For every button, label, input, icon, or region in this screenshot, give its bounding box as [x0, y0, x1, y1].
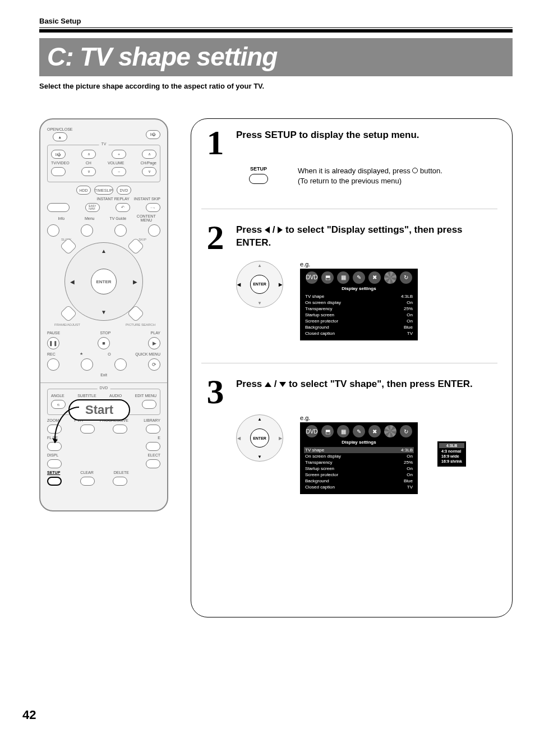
mini-enter-button-2: ENTER — [250, 428, 269, 448]
dpad-right: ▶ — [133, 279, 137, 285]
search-button — [127, 305, 144, 322]
step-1-head: Press SETUP to display the setup menu. — [236, 129, 419, 157]
chpage-up-button: ∧ — [142, 150, 156, 159]
osd-icon-4: ✎ — [353, 271, 365, 284]
play-label: PLAY — [151, 331, 160, 335]
setup-button-figure: SETUP — [236, 166, 281, 184]
tvguide-button — [114, 224, 127, 237]
contentmenu-label: CONTENT MENU — [132, 214, 161, 222]
ch-down-button: ∨ — [81, 167, 96, 176]
clear-label: CLEAR — [80, 471, 93, 474]
stop-label: STOP — [100, 331, 110, 335]
play-button: ▶ — [148, 337, 160, 349]
eg-label-1: e.g. — [300, 261, 418, 268]
osd-title-2: Display settings — [304, 440, 414, 445]
timeslip-button: TIMESLIP — [94, 186, 113, 195]
osd-icon-5: ✖ — [368, 271, 381, 284]
display-label: DISPL — [47, 453, 58, 457]
exit-label: Exit — [100, 373, 107, 377]
mode-button3 — [146, 442, 160, 451]
tvvideo-label: TV/VIDEO — [51, 161, 70, 165]
dpad-left: ◀ — [70, 279, 75, 285]
editmenu-button — [142, 400, 156, 409]
setup-button-label: SETUP — [250, 166, 267, 172]
hdd-button: HDD — [76, 186, 91, 195]
page-number: 42 — [22, 708, 36, 722]
tvguide-label: TV Guide — [104, 216, 132, 220]
editmenu-label: EDIT MENU — [135, 394, 156, 398]
display-button — [47, 459, 62, 468]
osd-options-popup: 4:3LB 4:3 normal 16:9 wide 16:9 shrink — [437, 441, 466, 466]
dpad: SLOW SKIP FRAME/ADJUST PICTURE SEARCH ▲ … — [64, 242, 143, 321]
step-3-number: 3 — [201, 378, 229, 406]
mini-enter-button: ENTER — [250, 275, 269, 294]
star-button — [81, 358, 93, 371]
blank-button — [47, 203, 70, 212]
volume-label: VOLUME — [108, 161, 124, 165]
menu-button — [81, 224, 93, 237]
inputselect-label: ELECT — [147, 453, 160, 457]
frame-button — [59, 305, 77, 322]
step-3-head: Press / to select "TV shape", then press… — [236, 378, 473, 406]
circle-icon — [412, 168, 418, 173]
info-button — [47, 224, 59, 237]
setup-button-shape — [249, 174, 268, 184]
left-triangle-icon — [265, 227, 270, 233]
step-1-subtext: When it is already displayed, press butt… — [298, 166, 442, 186]
osd2-icon-gear — [384, 425, 396, 437]
osd2-icon-3: ▦ — [337, 425, 349, 437]
ch-up-button: ∧ — [81, 150, 96, 159]
steps-frame: 1 Press SETUP to display the setup menu.… — [191, 118, 513, 617]
step-2-number: 2 — [201, 224, 229, 252]
skip-fwd-button — [127, 237, 144, 255]
power-button: I/⏻ — [146, 130, 160, 139]
stop-button: ■ — [98, 337, 110, 349]
star-label: ★ — [80, 352, 83, 356]
right-triangle-icon — [278, 227, 283, 233]
osd2-icon-7: ↻ — [400, 425, 412, 437]
pause-label: PAUSE — [47, 331, 60, 335]
angle-label: ANGLE — [51, 394, 64, 398]
instant-replay-label: INSTANT REPLAY — [96, 197, 129, 201]
mini-dpad-ud: ▲ ▼ ◀ ▶ ENTER — [236, 414, 283, 462]
open-close-label: OPEN/CLOSE — [47, 127, 73, 131]
up-triangle-icon — [265, 382, 271, 387]
delete-label: DELETE — [114, 471, 129, 474]
osd2-icon-2: ⬒ — [321, 425, 334, 437]
callout-arrow-icon — [48, 402, 87, 450]
vol-up-button: + — [112, 150, 126, 159]
rec-button — [47, 358, 59, 371]
library-button — [146, 425, 160, 434]
library-label: LIBRARY — [144, 418, 160, 422]
clear-button — [80, 477, 95, 486]
instant-skip-label: INSTANT SKIP — [134, 197, 160, 201]
down-triangle-icon — [279, 382, 286, 387]
instant-skip-button: ·→ — [146, 203, 160, 212]
tv-group: I/⏻ ∧ + ∧ TV/VIDEO CH VOLUME CH/Page ∨ — [47, 145, 160, 182]
osd-icon-3: ▦ — [337, 271, 349, 284]
eg-label-2: e.g. — [300, 414, 418, 421]
setup-label-remote: SETUP — [47, 471, 60, 474]
vol-down-button: − — [112, 167, 126, 176]
menu-label: Menu — [76, 216, 104, 220]
osd2-icon-5: ✖ — [368, 425, 381, 437]
mini-dpad-lr: ▲ ▼ ◀ ▶ ENTER — [236, 261, 283, 308]
step-2-head: Press / to select "Display settings", th… — [236, 224, 497, 252]
eject-button: ▲ — [53, 132, 67, 141]
instant-replay-button: ↶ — [116, 203, 130, 212]
enter-button: ENTER — [91, 269, 117, 294]
frame-adjust-label: FRAME/ADJUST — [54, 323, 80, 326]
slow-rev-button — [59, 237, 77, 255]
info-label: Info — [47, 216, 76, 220]
progressive-button — [113, 425, 127, 434]
rule-thick — [39, 29, 513, 33]
osd-icon-gear — [384, 271, 396, 284]
tvvideo-button — [51, 167, 66, 176]
circle-button — [114, 358, 127, 371]
osd-icon-7: ↻ — [400, 271, 412, 284]
inputselect-button — [146, 459, 160, 468]
osd-icon-2: ⬒ — [321, 271, 334, 284]
picture-search-label: PICTURE SEARCH — [126, 323, 155, 326]
chpage-down-button: ∨ — [142, 167, 156, 176]
section-label: Basic Setup — [39, 17, 513, 27]
